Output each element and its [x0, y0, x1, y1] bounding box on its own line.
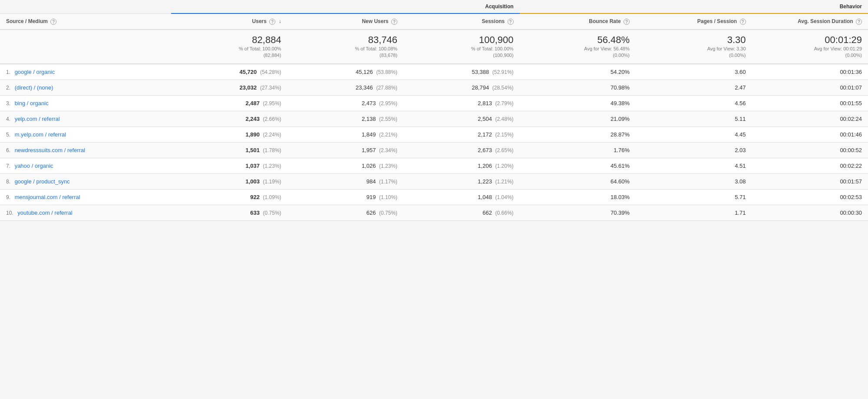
row-number: 2.	[6, 85, 10, 91]
bounce-rate-value: 1.76%	[614, 147, 630, 153]
source-cell: 6. newdresssuits.com / referral	[0, 142, 171, 158]
col-header-row: Source / Medium ? Users ? ↓ New Users ? …	[0, 13, 868, 30]
sessions-main: 53,388	[472, 69, 489, 75]
totals-new-users-cell: 83,746 % of Total: 100.08%(83,678)	[287, 30, 403, 64]
new-users-cell: 2,473 (2.95%)	[287, 95, 403, 111]
new-users-cell: 1,849 (2.21%)	[287, 126, 403, 142]
sessions-main: 2,673	[478, 147, 492, 153]
sessions-main: 2,172	[478, 131, 492, 138]
source-link[interactable]: m.yelp.com / referral	[15, 131, 66, 138]
source-cell: 5. m.yelp.com / referral	[0, 126, 171, 142]
bounce-rate-value: 28.87%	[611, 131, 630, 138]
new-users-main: 1,849	[362, 131, 376, 138]
users-main: 922	[250, 194, 260, 200]
new-users-help-icon[interactable]: ?	[391, 19, 397, 25]
avg-session-value: 00:01:07	[840, 84, 862, 91]
users-pct: (2.95%)	[263, 100, 281, 106]
avg-session-help-icon[interactable]: ?	[856, 19, 862, 25]
bounce-rate-cell: 45.61%	[520, 158, 636, 173]
users-pct: (0.75%)	[263, 210, 281, 216]
users-help-icon[interactable]: ?	[269, 19, 275, 25]
bounce-rate-help-icon[interactable]: ?	[624, 19, 630, 25]
source-cell: 1. google / organic	[0, 64, 171, 80]
users-label: Users	[252, 18, 267, 24]
pages-session-value: 5.11	[735, 116, 746, 122]
new-users-pct: (53.88%)	[376, 69, 397, 75]
group-header-row: Acquisition Behavior	[0, 0, 868, 13]
totals-row: 82,884 % of Total: 100.00%(82,884) 83,74…	[0, 30, 868, 64]
source-cell: 8. google / product_sync	[0, 173, 171, 189]
avg-session-cell: 00:02:24	[752, 111, 868, 126]
source-link[interactable]: bing / organic	[15, 100, 49, 106]
bounce-rate-col-header: Bounce Rate ?	[520, 13, 636, 30]
source-medium-help-icon[interactable]: ?	[50, 19, 56, 25]
pages-session-value: 4.45	[735, 131, 746, 138]
users-pct: (1.19%)	[263, 179, 281, 185]
avg-session-cell: 00:00:52	[752, 142, 868, 158]
avg-session-cell: 00:01:57	[752, 173, 868, 189]
source-link[interactable]: mensjournal.com / referral	[15, 194, 80, 200]
table-row: 2. (direct) / (none) 23,032 (27.34%)23,3…	[0, 80, 868, 95]
users-pct: (2.66%)	[263, 116, 281, 122]
users-main: 2,243	[245, 116, 260, 122]
new-users-pct: (1.23%)	[379, 163, 397, 169]
new-users-cell: 45,126 (53.88%)	[287, 64, 403, 80]
avg-session-cell: 00:01:46	[752, 126, 868, 142]
users-sort-arrow[interactable]: ↓	[279, 18, 281, 24]
totals-new-users-main: 83,746	[294, 34, 397, 46]
source-link[interactable]: newdresssuits.com / referral	[15, 147, 86, 153]
avg-session-value: 00:01:36	[840, 69, 862, 75]
row-number: 6.	[6, 147, 10, 153]
pages-session-help-icon[interactable]: ?	[740, 19, 746, 25]
source-link[interactable]: yahoo / organic	[15, 163, 53, 169]
row-number: 5.	[6, 132, 10, 138]
sessions-cell: 2,813 (2.79%)	[403, 95, 519, 111]
source-link[interactable]: google / product_sync	[15, 178, 70, 185]
bounce-rate-cell: 49.38%	[520, 95, 636, 111]
source-link[interactable]: (direct) / (none)	[15, 84, 53, 91]
users-main: 23,032	[240, 84, 257, 91]
new-users-pct: (2.55%)	[379, 116, 397, 122]
users-pct: (54.28%)	[260, 69, 281, 75]
totals-new-users-sub: % of Total: 100.08%(83,678)	[294, 46, 397, 59]
row-number: 9.	[6, 194, 10, 200]
pages-session-cell: 4.45	[636, 126, 752, 142]
users-main: 45,720	[240, 69, 257, 75]
row-number: 7.	[6, 163, 10, 169]
sessions-main: 1,223	[478, 178, 492, 185]
sessions-pct: (28.54%)	[492, 85, 514, 91]
new-users-cell: 984 (1.17%)	[287, 173, 403, 189]
pages-session-cell: 5.71	[636, 189, 752, 205]
behavior-group-header: Behavior	[520, 0, 868, 13]
new-users-pct: (0.75%)	[379, 210, 397, 216]
new-users-pct: (27.88%)	[376, 85, 397, 91]
bounce-rate-cell: 1.76%	[520, 142, 636, 158]
bounce-rate-value: 54.20%	[611, 69, 630, 75]
new-users-pct: (2.34%)	[379, 147, 397, 153]
totals-bounce-rate-main: 56.48%	[526, 34, 630, 46]
source-link[interactable]: google / organic	[15, 69, 55, 75]
users-cell: 922 (1.09%)	[171, 189, 287, 205]
totals-users-cell: 82,884 % of Total: 100.00%(82,884)	[171, 30, 287, 64]
source-link[interactable]: youtube.com / referral	[17, 209, 72, 216]
bounce-rate-value: 45.61%	[611, 163, 630, 169]
sessions-help-icon[interactable]: ?	[508, 19, 514, 25]
table-row: 6. newdresssuits.com / referral 1,501 (1…	[0, 142, 868, 158]
new-users-cell: 23,346 (27.88%)	[287, 80, 403, 95]
analytics-table-container: Acquisition Behavior Source / Medium ? U…	[0, 0, 868, 221]
sessions-cell: 662 (0.66%)	[403, 205, 519, 220]
sessions-pct: (52.91%)	[492, 69, 514, 75]
users-cell: 45,720 (54.28%)	[171, 64, 287, 80]
row-number: 1.	[6, 69, 10, 75]
source-link[interactable]: yelp.com / referral	[15, 116, 60, 122]
bounce-rate-cell: 70.39%	[520, 205, 636, 220]
sessions-cell: 2,172 (2.15%)	[403, 126, 519, 142]
users-main: 1,003	[245, 178, 260, 185]
sessions-pct: (2.48%)	[495, 116, 514, 122]
users-pct: (1.23%)	[263, 163, 281, 169]
bounce-rate-value: 49.38%	[611, 100, 630, 106]
pages-session-value: 2.03	[735, 147, 746, 153]
new-users-main: 1,026	[362, 163, 376, 169]
totals-bounce-rate-sub: Avg for View: 56.48%(0.00%)	[526, 46, 630, 59]
new-users-main: 2,138	[362, 116, 376, 122]
